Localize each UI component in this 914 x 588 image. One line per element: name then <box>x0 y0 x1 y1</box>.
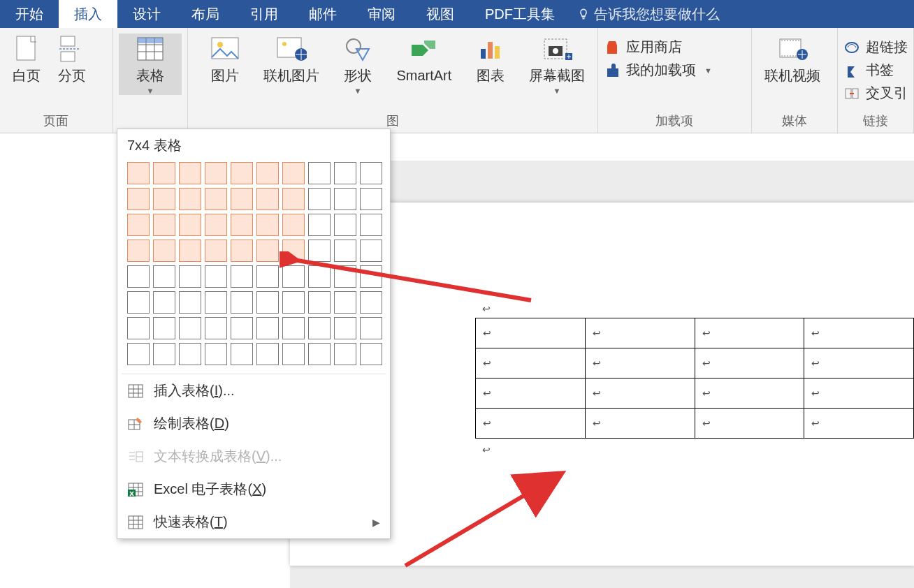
screenshot-button[interactable]: 屏幕截图 ▼ <box>522 34 592 95</box>
grid-cell[interactable] <box>205 214 227 236</box>
picture-button[interactable]: 图片 <box>194 34 256 84</box>
table-button[interactable]: 表格 ▼ <box>119 34 182 95</box>
bookmark-button[interactable]: 书签 <box>843 61 908 80</box>
tell-me[interactable]: 告诉我您想要做什么 <box>570 0 720 28</box>
grid-cell[interactable] <box>127 214 150 236</box>
grid-cell[interactable] <box>127 188 150 210</box>
grid-cell[interactable] <box>334 265 356 288</box>
grid-cell[interactable] <box>308 317 331 339</box>
tab-review[interactable]: 审阅 <box>352 0 411 28</box>
draw-table-menuitem[interactable]: 绘制表格(D) <box>117 407 390 440</box>
grid-cell[interactable] <box>308 162 331 184</box>
table-cell[interactable]: ↩ <box>804 348 914 378</box>
table-cell[interactable]: ↩ <box>695 318 804 348</box>
insert-table-menuitem[interactable]: 插入表格(I)... <box>117 374 390 407</box>
grid-cell[interactable] <box>153 291 175 314</box>
excel-spreadsheet-menuitem[interactable]: Excel 电子表格(X) <box>117 473 390 506</box>
grid-cell[interactable] <box>360 291 382 314</box>
grid-cell[interactable] <box>153 162 175 184</box>
table-cell[interactable]: ↩ <box>695 378 804 409</box>
tab-design[interactable]: 设计 <box>117 0 176 28</box>
grid-cell[interactable] <box>256 214 279 236</box>
table-cell[interactable]: ↩ <box>804 378 914 409</box>
table-cell[interactable]: ↩ <box>476 409 586 439</box>
tab-start[interactable]: 开始 <box>0 0 59 28</box>
online-picture-button[interactable]: 联机图片 <box>256 34 326 84</box>
grid-cell[interactable] <box>360 188 382 210</box>
grid-cell[interactable] <box>334 343 356 365</box>
grid-cell[interactable] <box>360 162 382 184</box>
grid-cell[interactable] <box>179 240 201 262</box>
blank-page-button[interactable]: 白页 <box>6 34 48 84</box>
grid-cell[interactable] <box>282 162 305 184</box>
grid-cell[interactable] <box>334 317 356 339</box>
online-video-button[interactable]: 联机视频 <box>757 34 827 84</box>
grid-cell[interactable] <box>179 162 201 184</box>
table-cell[interactable]: ↩ <box>585 409 695 439</box>
grid-cell[interactable] <box>231 214 253 236</box>
grid-cell[interactable] <box>256 317 279 339</box>
grid-cell[interactable] <box>153 214 175 236</box>
grid-cell[interactable] <box>231 343 253 365</box>
grid-cell[interactable] <box>205 188 227 210</box>
grid-cell[interactable] <box>282 265 305 288</box>
grid-cell[interactable] <box>205 240 227 262</box>
grid-cell[interactable] <box>179 265 201 288</box>
grid-cell[interactable] <box>282 188 305 210</box>
table-cell[interactable]: ↩ <box>585 318 695 348</box>
crossref-button[interactable]: 交叉引 <box>843 84 908 103</box>
table-cell[interactable]: ↩ <box>804 409 914 439</box>
tab-mail[interactable]: 邮件 <box>293 0 352 28</box>
grid-cell[interactable] <box>334 291 356 314</box>
table-preview[interactable]: ↩↩↩↩↩↩↩↩↩↩↩↩↩↩↩↩ <box>475 318 914 439</box>
tab-insert[interactable]: 插入 <box>59 0 117 28</box>
quick-tables-menuitem[interactable]: 快速表格(T) ▶ <box>117 506 390 538</box>
grid-cell[interactable] <box>231 291 253 314</box>
tab-pdf[interactable]: PDF工具集 <box>470 0 570 28</box>
hyperlink-button[interactable]: 超链接 <box>843 38 908 57</box>
grid-cell[interactable] <box>308 343 331 365</box>
table-cell[interactable]: ↩ <box>476 378 586 409</box>
grid-cell[interactable] <box>256 343 279 365</box>
grid-cell[interactable] <box>256 162 279 184</box>
grid-cell[interactable] <box>282 214 305 236</box>
table-cell[interactable]: ↩ <box>476 348 586 378</box>
table-cell[interactable]: ↩ <box>804 318 914 348</box>
grid-cell[interactable] <box>231 317 253 339</box>
grid-cell[interactable] <box>256 265 279 288</box>
tab-layout[interactable]: 布局 <box>176 0 235 28</box>
grid-cell[interactable] <box>153 240 175 262</box>
grid-cell[interactable] <box>308 188 331 210</box>
grid-cell[interactable] <box>360 343 382 365</box>
smartart-button[interactable]: SmartArt <box>389 34 459 84</box>
grid-cell[interactable] <box>334 162 356 184</box>
grid-cell[interactable] <box>205 317 227 339</box>
grid-cell[interactable] <box>127 343 150 365</box>
grid-cell[interactable] <box>360 265 382 288</box>
page-break-button[interactable]: 分页 <box>48 34 96 84</box>
grid-cell[interactable] <box>282 291 305 314</box>
grid-cell[interactable] <box>205 265 227 288</box>
grid-cell[interactable] <box>256 240 279 262</box>
grid-cell[interactable] <box>153 188 175 210</box>
grid-cell[interactable] <box>360 317 382 339</box>
grid-cell[interactable] <box>127 317 150 339</box>
grid-cell[interactable] <box>360 240 382 262</box>
tab-view[interactable]: 视图 <box>411 0 470 28</box>
grid-cell[interactable] <box>231 240 253 262</box>
shapes-button[interactable]: 形状 ▼ <box>326 34 389 95</box>
grid-cell[interactable] <box>308 291 331 314</box>
grid-cell[interactable] <box>308 214 331 236</box>
grid-cell[interactable] <box>308 240 331 262</box>
grid-cell[interactable] <box>153 265 175 288</box>
grid-cell[interactable] <box>127 265 150 288</box>
grid-cell[interactable] <box>179 343 201 365</box>
grid-cell[interactable] <box>334 240 356 262</box>
grid-cell[interactable] <box>179 291 201 314</box>
table-cell[interactable]: ↩ <box>695 409 804 439</box>
grid-cell[interactable] <box>205 343 227 365</box>
table-cell[interactable]: ↩ <box>585 378 695 409</box>
grid-cell[interactable] <box>179 317 201 339</box>
grid-cell[interactable] <box>179 188 201 210</box>
grid-cell[interactable] <box>256 291 279 314</box>
